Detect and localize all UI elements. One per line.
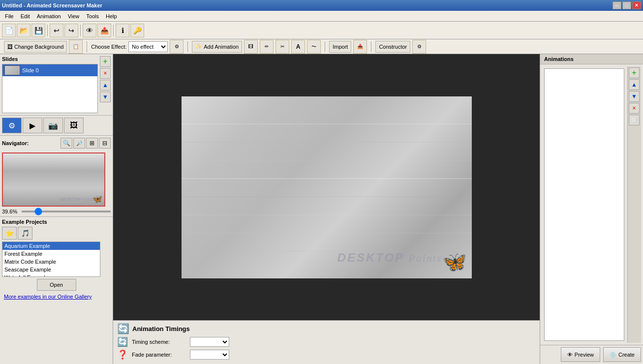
example-item-matrix[interactable]: Matrix Code Example xyxy=(2,258,100,266)
toolbar-separator-1 xyxy=(47,25,48,36)
timings-icon: 🔄 xyxy=(117,323,129,334)
zoom-value: 39.6% xyxy=(2,209,20,214)
undo-button[interactable]: ↩ xyxy=(50,24,63,37)
example-list[interactable]: Aquarium Example Forest Example Matrix C… xyxy=(2,242,100,277)
slides-section: Slides Slide 0 + × ▲ ▼ xyxy=(0,54,113,115)
tab-effects[interactable]: ⚙ xyxy=(2,118,22,133)
constructor-button[interactable]: Constructor xyxy=(375,41,410,53)
canvas-watermark: DESKTOP Paints xyxy=(337,251,442,265)
slide-item-0[interactable]: Slide 0 xyxy=(2,64,97,76)
anim-type-1-button[interactable]: 🎞 xyxy=(244,40,258,54)
change-bg-icon: 🖼 xyxy=(7,44,13,50)
nav-fit[interactable]: ⊞ xyxy=(86,138,98,149)
tab-camera[interactable]: 📷 xyxy=(43,118,63,133)
constructor-icon-button[interactable]: ⚙ xyxy=(412,40,426,54)
preview-button-toolbar[interactable]: 👁 xyxy=(83,24,96,37)
favorites-tab[interactable]: ⭐ xyxy=(2,227,17,240)
toolbar-separator-2 xyxy=(80,25,81,36)
preview-button[interactable]: 👁 Preview xyxy=(561,347,600,362)
change-background-button[interactable]: 🖼 Change Background xyxy=(4,41,67,53)
effect-select[interactable]: No effect Fade in Fade out Zoom in Zoom … xyxy=(128,41,168,52)
main-toolbar: 📄 📂 💾 ↩ ↪ 👁 📤 ℹ 🔑 xyxy=(0,22,643,39)
close-button[interactable]: ✕ xyxy=(632,1,641,9)
timing-scheme-select[interactable] xyxy=(190,337,229,347)
add-anim-icon: ✨ xyxy=(195,43,202,50)
minimize-button[interactable]: ─ xyxy=(612,1,621,9)
example-item-waterfall[interactable]: Waterfall Example xyxy=(2,273,100,277)
constructor-label: Constructor xyxy=(379,44,407,50)
music-tab[interactable]: 🎵 xyxy=(18,227,32,240)
anim-type-4-button[interactable]: A xyxy=(291,40,305,54)
tab-play[interactable]: ▶ xyxy=(23,118,42,133)
save-button[interactable]: 💾 xyxy=(31,24,45,37)
title-bar-controls: ─ □ ✕ xyxy=(612,1,641,9)
title-bar: Untitled - Animated Screensaver Maker ─ … xyxy=(0,0,643,11)
slides-label: Slides xyxy=(2,56,18,62)
add-animation-button[interactable]: ✨ Add Animation xyxy=(192,41,242,53)
add-anim-label: Add Animation xyxy=(204,44,239,50)
fade-param-icon: ❓ xyxy=(117,349,128,360)
create-label: Create xyxy=(618,352,635,358)
zoom-slider[interactable] xyxy=(22,211,111,212)
move-anim-up-button[interactable]: ▲ xyxy=(629,79,640,90)
change-bg-extra-button[interactable]: 📋 xyxy=(69,40,83,54)
timings-title: Animation Timings xyxy=(132,325,190,333)
import-button[interactable]: Import xyxy=(329,41,351,53)
create-icon: 💿 xyxy=(610,352,616,358)
nav-zoom-in[interactable]: 🔍 xyxy=(61,138,72,149)
timing-scheme-row: 🔄 Timing scheme: xyxy=(117,336,536,347)
export-button[interactable]: 📤 xyxy=(97,24,111,37)
create-button[interactable]: 💿 Create xyxy=(603,347,641,362)
gallery-link[interactable]: More examples in our Online Gallery xyxy=(2,293,111,301)
menu-help[interactable]: Help xyxy=(103,12,120,20)
open-button[interactable]: 📂 xyxy=(17,24,31,37)
remove-slide-button[interactable]: × xyxy=(100,68,111,79)
canvas-butterfly-icon: 🦋 xyxy=(442,250,467,273)
main-canvas: DESKTOP Paints 🦋 xyxy=(182,96,472,278)
open-example-button[interactable]: Open xyxy=(37,279,76,291)
anim-type-5-button[interactable]: 〜 xyxy=(307,40,321,54)
navigator-label: Navigator: xyxy=(2,140,29,146)
example-item-forest[interactable]: Forest Example xyxy=(2,250,100,258)
nav-actual[interactable]: ⊟ xyxy=(99,138,111,149)
import-label: Import xyxy=(333,44,348,50)
menu-bar: File Edit Animation View Tools Help xyxy=(0,11,643,22)
move-slide-up-button[interactable]: ▲ xyxy=(100,80,111,91)
menu-file[interactable]: File xyxy=(2,12,17,20)
animation-timings-panel: 🔄 Animation Timings 🔄 Timing scheme: ❓ F… xyxy=(113,320,540,364)
timing-scheme-label: Timing scheme: xyxy=(132,339,186,345)
add-animation-ctrl-button[interactable]: + xyxy=(629,67,640,78)
right-panel: Animations + ▲ ▼ × ⬜ 👁 Preview xyxy=(540,54,643,364)
animations-list[interactable] xyxy=(544,68,624,341)
copy-animation-button[interactable]: ⬜ xyxy=(629,115,640,125)
redo-button[interactable]: ↪ xyxy=(64,24,78,37)
slide-thumb-0 xyxy=(4,65,20,75)
move-anim-down-button[interactable]: ▼ xyxy=(629,91,640,102)
canvas-wrapper[interactable]: DESKTOP Paints 🦋 xyxy=(113,54,540,320)
animation-type-tabs: ⚙ ▶ 📷 🖼 xyxy=(0,115,113,135)
menu-tools[interactable]: Tools xyxy=(83,12,102,20)
example-item-aquarium[interactable]: Aquarium Example xyxy=(2,242,100,250)
add-slide-button[interactable]: + xyxy=(100,56,111,67)
fade-param-select[interactable] xyxy=(190,350,229,360)
anim-type-2-button[interactable]: ✏ xyxy=(260,40,274,54)
move-slide-down-button[interactable]: ▼ xyxy=(100,91,111,102)
nav-zoom-out[interactable]: 🔎 xyxy=(73,138,85,149)
info-button[interactable]: ℹ xyxy=(116,24,129,37)
animations-list-wrapper xyxy=(542,66,626,343)
effect-settings-button[interactable]: ⚙ xyxy=(170,40,184,54)
key-button[interactable]: 🔑 xyxy=(130,24,144,37)
new-button[interactable]: 📄 xyxy=(2,24,16,37)
example-item-seascape[interactable]: Seascape Example xyxy=(2,266,100,273)
menu-animation[interactable]: Animation xyxy=(34,12,64,20)
slides-list[interactable]: Slide 0 xyxy=(2,64,98,113)
remove-animation-button[interactable]: × xyxy=(629,103,640,114)
menu-edit[interactable]: Edit xyxy=(18,12,33,20)
anim-timings-header: 🔄 Animation Timings xyxy=(117,323,536,334)
menu-view[interactable]: View xyxy=(65,12,83,20)
maximize-button[interactable]: □ xyxy=(622,1,631,9)
tab-image[interactable]: 🖼 xyxy=(64,118,84,133)
import-icon-button[interactable]: 📥 xyxy=(353,40,367,54)
anim-type-3-button[interactable]: ✂ xyxy=(276,40,289,54)
timing-scheme-icon: 🔄 xyxy=(117,336,128,347)
